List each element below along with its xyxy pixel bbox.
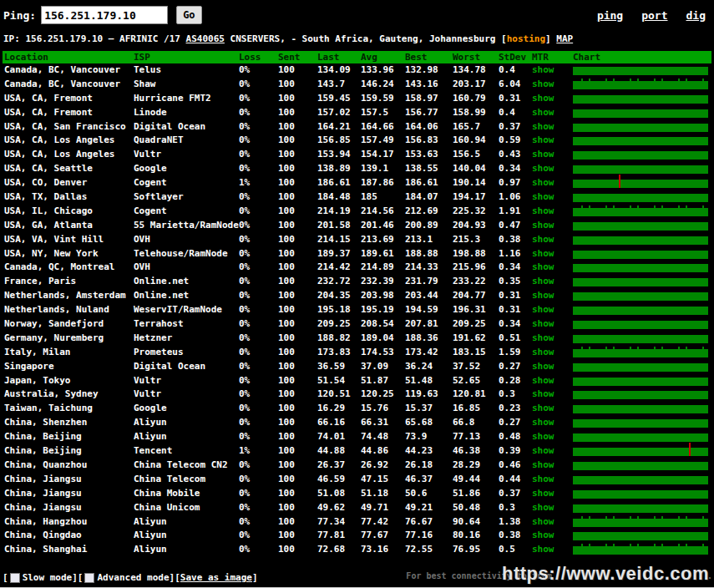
cell-location: China, Quanzhou <box>3 459 134 473</box>
cell-worst: 49.44 <box>453 473 499 487</box>
mtr-show-link[interactable]: show <box>532 289 573 303</box>
cell-sent: 100 <box>278 78 317 92</box>
mtr-show-link[interactable]: show <box>532 78 573 92</box>
cell-last: 77.81 <box>317 529 361 543</box>
cell-location: China, Shanghai <box>3 543 134 557</box>
cell-best: 51.48 <box>405 374 453 388</box>
cell-worst: 120.81 <box>453 388 499 402</box>
latency-chart-cell <box>573 148 711 162</box>
latency-chart-cell <box>573 459 711 473</box>
ping-results-table: Location ISP Loss Sent Last Avg Best Wor… <box>3 51 711 557</box>
table-row: Australia, Sydney Vultr 0% 100 120.51 12… <box>3 388 711 402</box>
cell-sent: 100 <box>278 332 317 346</box>
cell-isp: Aliyun <box>134 430 239 444</box>
mtr-show-link[interactable]: show <box>532 332 573 346</box>
mtr-show-link[interactable]: show <box>532 501 573 515</box>
mtr-show-link[interactable]: show <box>532 162 573 176</box>
cell-avg: 189.04 <box>361 332 405 346</box>
cell-worst: 190.14 <box>453 176 499 190</box>
mtr-show-link[interactable]: show <box>532 233 573 247</box>
cell-avg: 37.09 <box>361 360 405 374</box>
cell-worst: 225.32 <box>453 205 499 219</box>
table-row: USA, CA, Seattle Google 0% 100 138.89 13… <box>3 162 711 176</box>
cell-last: 16.29 <box>317 402 361 416</box>
mtr-show-link[interactable]: show <box>532 487 573 501</box>
cell-worst: 51.86 <box>453 487 499 501</box>
as-number-link[interactable]: AS40065 <box>186 33 225 44</box>
cell-avg: 139.1 <box>361 162 405 176</box>
port-tab-link[interactable]: port <box>641 9 667 22</box>
cell-loss: 0% <box>239 346 278 360</box>
cell-isp: Vultr <box>134 388 239 402</box>
mtr-show-link[interactable]: show <box>532 529 573 543</box>
cell-best: 77.16 <box>405 529 453 543</box>
cell-stdev: 0.27 <box>499 360 532 374</box>
mtr-show-link[interactable]: show <box>532 134 573 148</box>
mtr-show-link[interactable]: show <box>532 148 573 162</box>
cell-location: Japan, Tokyo <box>3 374 134 388</box>
latency-chart-cell <box>573 162 711 176</box>
cell-stdev: 0.3 <box>499 388 532 402</box>
mtr-show-link[interactable]: show <box>532 120 573 134</box>
mtr-show-link[interactable]: show <box>532 63 573 78</box>
latency-chart-cell <box>573 134 711 148</box>
mtr-show-link[interactable]: show <box>532 275 573 289</box>
dig-tab-link[interactable]: dig <box>686 9 706 22</box>
mtr-show-link[interactable]: show <box>532 317 573 332</box>
cell-avg: 47.15 <box>361 473 405 487</box>
table-row: China, Shanghai Aliyun 0% 100 72.68 73.1… <box>3 543 711 557</box>
latency-chart-cell <box>573 529 711 543</box>
latency-history-bar <box>573 419 708 428</box>
ping-tab-link[interactable]: ping <box>597 9 623 22</box>
mtr-show-link[interactable]: show <box>532 176 573 190</box>
mtr-show-link[interactable]: show <box>532 416 573 430</box>
save-as-image-link[interactable]: Save as image <box>180 572 252 583</box>
mtr-show-link[interactable]: show <box>532 106 573 120</box>
mtr-show-link[interactable]: show <box>532 374 573 388</box>
cell-best: 44.23 <box>405 444 453 459</box>
cell-stdev: 0.5 <box>499 543 532 557</box>
mtr-show-link[interactable]: show <box>532 247 573 261</box>
latency-history-bar <box>573 151 708 160</box>
slow-mode-checkbox[interactable] <box>10 573 20 583</box>
advanced-mode-checkbox[interactable] <box>84 573 94 583</box>
mtr-show-link[interactable]: show <box>532 444 573 459</box>
cell-worst: 160.79 <box>453 92 499 106</box>
mtr-show-link[interactable]: show <box>532 388 573 402</box>
map-link[interactable]: MAP <box>556 33 573 44</box>
cell-stdev: 0.59 <box>499 134 532 148</box>
cell-best: 143.16 <box>405 78 453 92</box>
table-row: China, Shenzhen Aliyun 0% 100 66.16 66.3… <box>3 416 711 430</box>
mtr-show-link[interactable]: show <box>532 190 573 205</box>
cell-best: 188.36 <box>405 332 453 346</box>
mtr-show-link[interactable]: show <box>532 360 573 374</box>
mtr-show-link[interactable]: show <box>532 430 573 444</box>
mtr-show-link[interactable]: show <box>532 473 573 487</box>
mtr-show-link[interactable]: show <box>532 459 573 473</box>
mtr-show-link[interactable]: show <box>532 303 573 317</box>
cell-last: 134.09 <box>317 63 361 78</box>
latency-chart-cell <box>573 473 711 487</box>
cell-best: 132.98 <box>405 63 453 78</box>
cell-isp: 55 Marietta/RamNode <box>134 219 239 233</box>
cell-loss: 0% <box>239 374 278 388</box>
cell-loss: 0% <box>239 303 278 317</box>
cell-best: 184.07 <box>405 190 453 205</box>
cell-loss: 0% <box>239 459 278 473</box>
latency-history-bar <box>573 137 708 145</box>
mtr-show-link[interactable]: show <box>532 346 573 360</box>
mtr-show-link[interactable]: show <box>532 92 573 106</box>
mtr-show-link[interactable]: show <box>532 515 573 530</box>
cell-stdev: 0.38 <box>499 233 532 247</box>
ping-target-input[interactable] <box>41 6 168 24</box>
mtr-show-link[interactable]: show <box>532 205 573 219</box>
mtr-show-link[interactable]: show <box>532 543 573 557</box>
cell-best: 188.88 <box>405 247 453 261</box>
mtr-show-link[interactable]: show <box>532 219 573 233</box>
mtr-show-link[interactable]: show <box>532 261 573 275</box>
cell-loss: 0% <box>239 402 278 416</box>
mtr-show-link[interactable]: show <box>532 402 573 416</box>
go-button[interactable]: Go <box>176 6 201 24</box>
cell-sent: 100 <box>278 487 317 501</box>
cell-location: USA, IL, Chicago <box>3 205 134 219</box>
